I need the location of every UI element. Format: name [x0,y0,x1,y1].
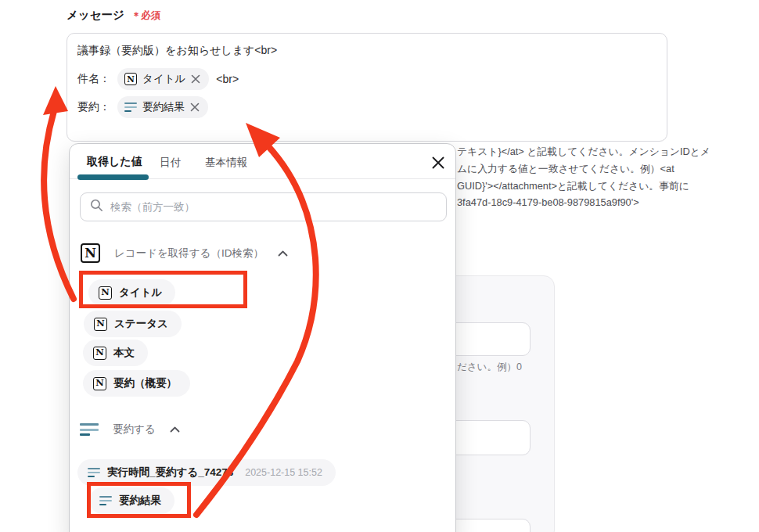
variable-chip-title[interactable]: N タイトル [117,68,209,90]
section-summarize[interactable]: 要約する [80,422,180,437]
editor-subject-row: 件名： N タイトル <br> [77,68,239,90]
search-input[interactable] [110,201,437,213]
variable-picker-popup: 取得した値 日付 基本情報 N レコードを取得する（ID検索） N タイトル N… [69,143,456,532]
notion-icon: N [93,377,106,390]
required-badge: ＊必須 [131,9,161,23]
help-line: GUID}'></attachment>と記載してください。事前に [457,180,689,193]
notion-icon: N [124,73,137,85]
message-field-header: メッセージ ＊必須 [67,8,160,23]
notion-icon: N [81,243,100,263]
remove-chip-icon[interactable] [190,102,200,112]
tab-date[interactable]: 日付 [160,156,181,170]
section-notion-record[interactable]: N レコードを取得する（ID検索） [81,243,288,263]
subject-suffix: <br> [216,73,239,85]
chip-label: 要約結果 [142,100,185,114]
variable-search[interactable] [80,192,447,221]
option-label: 本文 [113,346,135,360]
chip-label: タイトル [142,72,185,86]
variable-chip-summary-result[interactable]: 要約結果 [117,96,208,118]
variable-option-summary-result[interactable]: 要約結果 [89,487,174,514]
summarize-icon [124,102,137,113]
option-label: 実行時間_要約する_74278 [107,466,233,480]
chevron-up-icon[interactable] [170,426,180,433]
chevron-up-icon[interactable] [278,250,288,257]
help-line: ムに入力する値と一致させてください。例）<at [457,163,674,176]
section-title: レコードを取得する（ID検索） [114,246,264,261]
arrowhead-icon [43,86,68,115]
notion-icon: N [99,286,112,300]
notion-icon: N [93,347,106,360]
message-editor[interactable]: 議事録（要約版）をお知らせします<br> 件名： N タイトル <br> 要約：… [67,33,667,142]
option-timestamp: 2025-12-15 15:52 [245,467,322,478]
remove-chip-icon[interactable] [191,74,200,84]
option-label: タイトル [119,286,162,300]
editor-text-line: 議事録（要約版）をお知らせします<br> [77,44,277,58]
variable-option-summary-outline[interactable]: N 要約（概要） [83,370,190,397]
variable-option-status[interactable]: N ステータス [84,311,182,337]
editor-summary-row: 要約： 要約結果 [77,96,208,118]
summarize-icon [88,468,100,478]
background-input-caption: ださい。例）0 [457,361,522,374]
notion-icon: N [94,318,107,331]
option-label: ステータス [114,317,168,331]
field-label: メッセージ [67,8,124,23]
subject-prefix: 件名： [77,72,110,86]
help-line: 3fa47d-18c9-4179-be08-9879815a9f90'> [457,196,639,208]
summarize-icon [80,423,99,436]
option-label: 要約結果 [119,494,161,508]
search-icon [90,199,103,215]
active-tab-indicator [77,174,149,180]
popup-tabbar: 取得した値 日付 基本情報 [70,144,455,179]
help-line: テキスト}</at> と記載してください。メンションIDとメ [457,146,710,159]
variable-option-body[interactable]: N 本文 [83,340,148,366]
variable-option-exec-time[interactable]: 実行時間_要約する_74278 2025-12-15 15:52 [77,459,336,486]
summary-prefix: 要約： [77,100,110,114]
option-label: 要約（概要） [113,376,177,390]
section-title: 要約する [113,422,156,437]
variable-option-title[interactable]: N タイトル [88,279,175,306]
tab-retrieved-values[interactable]: 取得した値 [87,155,142,169]
summarize-icon [99,496,112,506]
tab-basic-info[interactable]: 基本情報 [205,156,247,170]
close-icon[interactable] [430,154,447,171]
